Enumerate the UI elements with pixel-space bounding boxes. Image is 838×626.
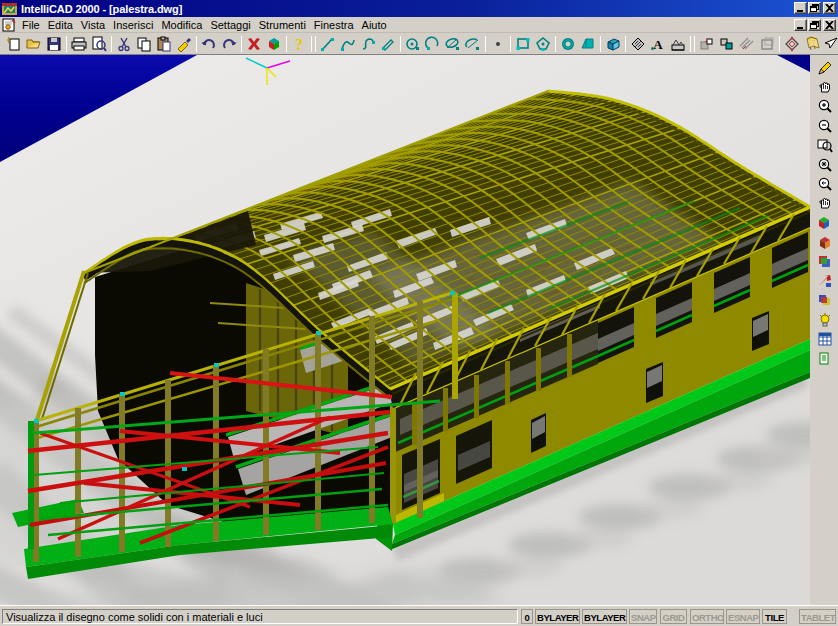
- svg-text:A: A: [653, 37, 663, 52]
- svg-text:?: ?: [295, 36, 303, 52]
